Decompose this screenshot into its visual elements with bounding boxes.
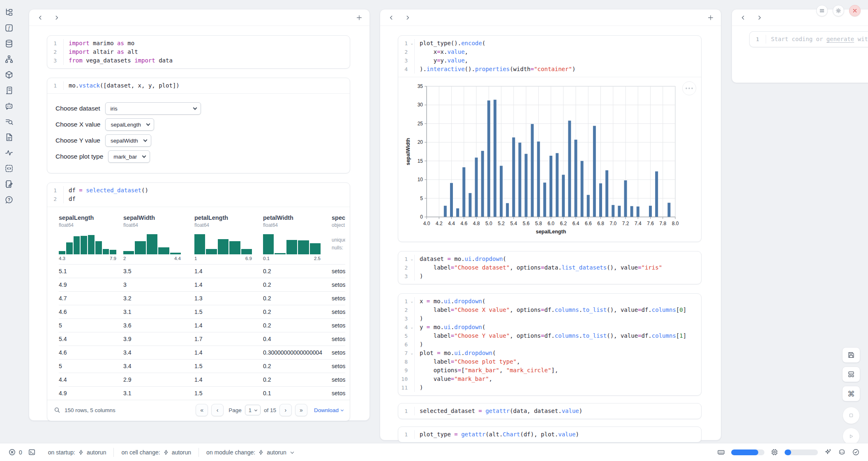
code-editor[interactable]: 1plot_type = getattr(alt.Chart(df), plot…: [398, 427, 701, 442]
first-page-button[interactable]: «: [196, 404, 208, 416]
column-type: float64: [194, 222, 261, 228]
column-range: 0.12.5: [263, 256, 321, 261]
table-cell: 4.4: [59, 376, 123, 383]
table-row: 53.41.50.2setosa: [59, 359, 345, 373]
layout-icon[interactable]: [842, 366, 860, 382]
svg-text:?: ?: [8, 198, 10, 202]
package-icon[interactable]: [5, 70, 14, 80]
table-cell: setosa: [332, 268, 345, 274]
settings-gear-icon[interactable]: [833, 5, 844, 16]
activity-icon[interactable]: [5, 148, 14, 158]
fold-icon[interactable]: ⌄: [411, 297, 413, 306]
fold-icon[interactable]: ⌄: [411, 349, 413, 357]
ai-sparkles-icon[interactable]: [824, 448, 832, 456]
dropdown-choose-dataset[interactable]: iris: [105, 102, 201, 115]
last-page-button[interactable]: »: [295, 404, 307, 416]
save-icon[interactable]: [842, 347, 860, 363]
next-page-button[interactable]: ›: [279, 404, 292, 416]
line-number: 1: [750, 35, 766, 44]
chevron-down-icon: [146, 122, 150, 126]
code-editor[interactable]: 1⌄plot_type().encode(2 x=x.value,3 y=y.v…: [398, 36, 701, 77]
chevron-right-icon[interactable]: [51, 12, 62, 23]
help-icon[interactable]: ?: [5, 195, 14, 205]
script-icon[interactable]: [5, 85, 14, 95]
code-editor[interactable]: 1⌄x = mo.ui.dropdown(2 label="Choose X v…: [398, 294, 701, 395]
page-label: Page: [229, 407, 242, 413]
chat-bot-icon[interactable]: [5, 101, 14, 111]
chevron-right-icon[interactable]: [402, 12, 413, 23]
svg-text:10: 10: [418, 177, 423, 182]
code-snippets-icon[interactable]: [5, 164, 14, 173]
svg-text:5.8: 5.8: [535, 221, 542, 226]
table-cell: setosa: [332, 336, 345, 342]
code-editor[interactable]: 1import marimo as mo2import altair as al…: [47, 36, 350, 68]
menu-icon[interactable]: [816, 5, 828, 16]
svg-text:sepalWidth: sepalWidth: [405, 138, 411, 166]
dropdown-choose-x-value[interactable]: sepalLength: [105, 118, 154, 131]
error-count: 0: [19, 449, 22, 456]
stop-icon[interactable]: [843, 407, 860, 424]
column-header[interactable]: petalWidthfloat640.12.5: [263, 211, 332, 264]
page-select[interactable]: 1: [245, 405, 261, 415]
chevron-left-icon[interactable]: [35, 12, 46, 23]
copilot-icon[interactable]: [838, 448, 846, 456]
fold-icon[interactable]: ⌄: [411, 323, 413, 332]
chevron-right-icon[interactable]: [754, 12, 765, 23]
setting-label: on startup:: [48, 449, 75, 456]
code-editor[interactable]: 1⌄dataset = mo.ui.dropdown(2 label="Choo…: [398, 251, 701, 284]
column-header[interactable]: speciesobjectunique:nulls:: [332, 211, 345, 264]
document-icon[interactable]: [5, 132, 14, 142]
code-line: 10 value="mark_bar",: [398, 375, 701, 383]
lightning-bolt-icon: [163, 449, 169, 455]
chart-output: 4.04.24.44.64.85.05.25.45.65.86.06.26.46…: [398, 77, 701, 242]
search-icon[interactable]: [54, 407, 60, 413]
table-row-count: 150 rows, 5 columns: [65, 407, 115, 413]
connection-check-icon[interactable]: [852, 448, 860, 456]
chevron-left-icon[interactable]: [738, 12, 748, 23]
table-cell: 0.2: [263, 309, 332, 315]
file-tree-icon[interactable]: [5, 7, 14, 17]
column-histogram: [59, 233, 116, 254]
database-icon[interactable]: [5, 39, 14, 48]
search-logs-icon[interactable]: [5, 117, 14, 127]
column-header[interactable]: petalLengthfloat6416.9: [194, 211, 263, 264]
code-editor[interactable]: 1 Start coding or generate with AI.: [750, 32, 868, 47]
code-editor[interactable]: 1mo.vstack([dataset, x, y, plot]): [47, 78, 350, 93]
code-editor[interactable]: 1df = selected_dataset()2df: [47, 183, 350, 207]
lightning-bolt-icon: [258, 449, 264, 455]
column-header[interactable]: sepalWidthfloat6424.4: [123, 211, 194, 264]
fold-icon[interactable]: ⌄: [411, 39, 413, 48]
on-startup-setting[interactable]: on startup: autorun: [48, 449, 106, 456]
dropdown-choose-plot-type[interactable]: mark_bar: [108, 150, 150, 163]
svg-text:6.8: 6.8: [597, 221, 604, 226]
table-cell: 0.2: [263, 281, 332, 288]
fold-icon[interactable]: ⌄: [411, 255, 413, 263]
table-cell: 0.2: [263, 295, 332, 302]
on-cell-change-setting[interactable]: on cell change: autorun: [121, 449, 191, 456]
command-palette-icon[interactable]: ⌘: [842, 386, 860, 401]
range-max: 4.4: [174, 256, 181, 261]
on-module-change-setting[interactable]: on module change: autorun: [206, 449, 293, 456]
prev-page-button[interactable]: ‹: [211, 404, 224, 416]
dropdown-label: Choose dataset: [55, 105, 100, 112]
errors-indicator[interactable]: 0: [8, 448, 22, 456]
table-row: 5.43.91.70.4setosa: [59, 332, 345, 346]
terminal-icon[interactable]: [28, 448, 36, 456]
function-icon[interactable]: f: [5, 23, 14, 33]
table-cell: setosa: [332, 363, 345, 369]
chart-actions-icon[interactable]: [682, 81, 696, 95]
add-cell-icon[interactable]: [705, 12, 716, 23]
table-cell: 3.9: [123, 336, 194, 342]
chevron-left-icon[interactable]: [386, 12, 397, 23]
close-icon[interactable]: [849, 5, 861, 16]
dropdown-choose-y-value[interactable]: sepalWidth: [105, 134, 151, 147]
run-icon[interactable]: [843, 428, 860, 445]
add-cell-icon[interactable]: [354, 12, 365, 23]
code-editor[interactable]: 1selected_dataset = getattr(data, datase…: [398, 403, 701, 419]
dependency-graph-icon[interactable]: [5, 54, 14, 64]
code-text: x = mo.ui.dropdown(: [415, 297, 485, 306]
generate-link[interactable]: generate: [826, 36, 854, 42]
column-header[interactable]: sepalLengthfloat644.37.9: [59, 211, 123, 264]
download-button[interactable]: Download: [314, 407, 343, 413]
notebook-edit-icon[interactable]: [5, 179, 14, 189]
